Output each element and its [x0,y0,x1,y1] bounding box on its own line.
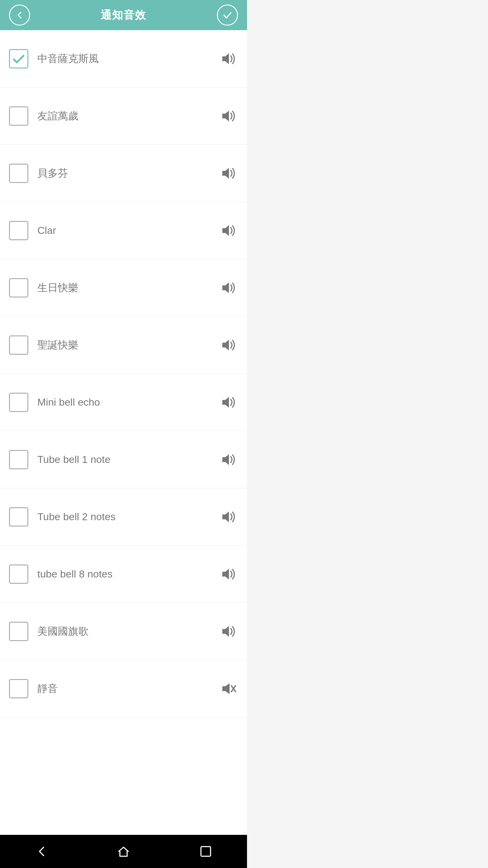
item-label-6: 聖誕快樂 [37,338,219,352]
nav-home-button[interactable] [108,842,139,861]
item-label-11: 美國國旗歌 [37,624,219,638]
confirm-button[interactable] [217,4,238,26]
checkbox-12[interactable] [9,679,28,698]
list-item: Tube bell 1 note [0,431,247,488]
list-item: 友誼萬歲 [0,87,247,145]
back-button[interactable] [9,4,30,26]
sound-list: 中音薩克斯風 友誼萬歲 貝多芬 Clar 生日快樂 聖誕快樂 Mini bell… [0,30,247,835]
list-item: 生日快樂 [0,259,247,316]
item-label-7: Mini bell echo [37,396,219,408]
list-item: 中音薩克斯風 [0,30,247,87]
sound-button-7[interactable] [219,393,238,412]
list-item: Mini bell echo [0,374,247,431]
checkbox-4[interactable] [9,221,28,240]
sound-button-11[interactable] [219,622,238,641]
list-item: Tube bell 2 notes [0,488,247,546]
nav-back-button[interactable] [26,842,57,861]
checkbox-7[interactable] [9,393,28,412]
sound-button-9[interactable] [219,507,238,527]
checkbox-11[interactable] [9,622,28,641]
sound-button-5[interactable] [219,278,238,298]
checkbox-6[interactable] [9,336,28,355]
item-label-5: 生日快樂 [37,281,219,295]
checkbox-8[interactable] [9,450,28,469]
list-item: tube bell 8 notes [0,546,247,603]
item-label-1: 中音薩克斯風 [37,52,219,66]
sound-button-1[interactable] [219,49,238,68]
sound-button-2[interactable] [219,106,238,126]
nav-bar [0,835,247,868]
sound-button-10[interactable] [219,564,238,584]
page-title: 通知音效 [101,8,147,23]
list-item: 聖誕快樂 [0,316,247,374]
sound-button-4[interactable] [219,221,238,240]
list-item: 貝多芬 [0,145,247,202]
item-label-3: 貝多芬 [37,166,219,180]
sound-button-12[interactable] [219,679,238,698]
sound-button-8[interactable] [219,450,238,469]
item-label-12: 靜音 [37,682,219,695]
checkbox-5[interactable] [9,278,28,298]
sound-button-6[interactable] [219,336,238,355]
list-item: 美國國旗歌 [0,603,247,660]
svg-rect-2 [201,846,210,856]
checkbox-10[interactable] [9,564,28,584]
item-label-2: 友誼萬歲 [37,109,219,123]
nav-recent-button[interactable] [190,842,221,861]
item-label-8: Tube bell 1 note [37,454,219,465]
checkbox-3[interactable] [9,164,28,183]
item-label-9: Tube bell 2 notes [37,511,219,523]
sound-button-3[interactable] [219,164,238,183]
checkbox-1[interactable] [9,49,28,68]
item-label-10: tube bell 8 notes [37,568,219,580]
header: 通知音效 [0,0,247,30]
list-item: 靜音 [0,660,247,717]
checkbox-9[interactable] [9,507,28,527]
list-item: Clar [0,202,247,259]
item-label-4: Clar [37,224,219,236]
checkbox-2[interactable] [9,106,28,126]
